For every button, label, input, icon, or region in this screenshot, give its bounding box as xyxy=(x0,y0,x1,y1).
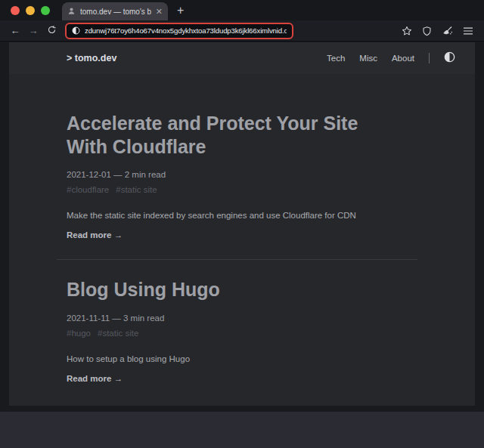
post-tags: #cloudflare #static site xyxy=(67,185,445,194)
site-logo[interactable]: > tomo.dev xyxy=(67,53,116,63)
nav-link-tech[interactable]: Tech xyxy=(327,54,345,63)
post-list: Accelerate and Protect Your Site With Cl… xyxy=(9,112,475,383)
tag-link[interactable]: #cloudflare xyxy=(67,185,109,194)
post-date: 2021-12-01 xyxy=(67,170,111,179)
tab-close-icon[interactable]: ✕ xyxy=(156,8,163,16)
forward-button[interactable]: → xyxy=(26,25,41,36)
page-content: > tomo.dev Tech Misc About A xyxy=(9,42,475,406)
post-summary: How to setup a blog using Hugo xyxy=(67,354,445,363)
url-text: zdunwj76t7oy6h4o67v4nox5gdykhxtoa73ldudp… xyxy=(85,26,287,35)
post-title-link[interactable]: Accelerate and Protect Your Site With Cl… xyxy=(67,112,392,158)
tag-link[interactable]: #static site xyxy=(98,329,138,338)
tag-link[interactable]: #static site xyxy=(116,185,157,194)
site-header: > tomo.dev Tech Misc About xyxy=(9,42,475,74)
broom-new-identity-icon[interactable] xyxy=(442,26,453,36)
read-more-link[interactable]: Read more → xyxy=(67,230,445,239)
post-meta: 2021-11-11 — 3 min read xyxy=(67,314,445,323)
post-title-link[interactable]: Blog Using Hugo xyxy=(67,278,392,301)
reload-icon[interactable] xyxy=(44,25,59,37)
toolbar-icons xyxy=(402,26,476,36)
browser-tab[interactable]: tomo.dev — tomo's blog ✕ xyxy=(62,2,168,20)
post-read-time: 2 min read xyxy=(125,170,166,179)
favicon-icon xyxy=(67,5,76,18)
post-read-time: 3 min read xyxy=(123,314,164,323)
nav-link-misc[interactable]: Misc xyxy=(359,54,377,63)
zoom-window-button[interactable] xyxy=(41,6,50,15)
read-more-link[interactable]: Read more → xyxy=(67,374,445,383)
post-meta: 2021-12-01 — 2 min read xyxy=(67,170,445,179)
url-bar[interactable]: zdunwj76t7oy6h4o67v4nox5gdykhxtoa73ldudp… xyxy=(65,23,293,39)
close-window-button[interactable] xyxy=(11,6,20,15)
tab-bar: tomo.dev — tomo's blog ✕ + xyxy=(0,0,484,20)
tag-link[interactable]: #hugo xyxy=(67,329,91,338)
post-item: Blog Using Hugo 2021-11-11 — 3 min read … xyxy=(67,278,445,383)
minimize-window-button[interactable] xyxy=(26,6,35,15)
post-date: 2021-11-11 xyxy=(67,314,110,323)
post-summary: Make the static site indexed by search e… xyxy=(67,211,445,220)
page-viewport: > tomo.dev Tech Misc About A xyxy=(0,42,484,412)
post-tags: #hugo #static site xyxy=(67,329,445,338)
traffic-lights xyxy=(0,0,59,20)
post-item: Accelerate and Protect Your Site With Cl… xyxy=(67,112,445,239)
browser-toolbar: ← → zdunwj76t7oy6h4o67v4nox5gdykhxtoa73l… xyxy=(0,20,484,42)
menu-icon[interactable] xyxy=(463,26,473,36)
new-tab-button[interactable]: + xyxy=(177,4,184,20)
meta-separator: — xyxy=(113,170,123,179)
nav-divider xyxy=(429,53,430,63)
nav-link-about[interactable]: About xyxy=(392,54,414,63)
site-nav: Tech Misc About xyxy=(327,51,455,66)
tab-title: tomo.dev — tomo's blog xyxy=(80,8,151,16)
onion-circle-icon xyxy=(72,24,80,38)
bookmark-star-icon[interactable] xyxy=(402,26,412,36)
shield-icon[interactable] xyxy=(422,26,432,36)
meta-separator: — xyxy=(112,314,121,323)
back-button[interactable]: ← xyxy=(8,25,23,36)
desktop-background xyxy=(0,412,484,448)
theme-toggle-icon[interactable] xyxy=(444,51,455,66)
browser-window: tomo.dev — tomo's blog ✕ + ← → zdunwj76t… xyxy=(0,0,484,412)
post-divider xyxy=(57,259,417,260)
